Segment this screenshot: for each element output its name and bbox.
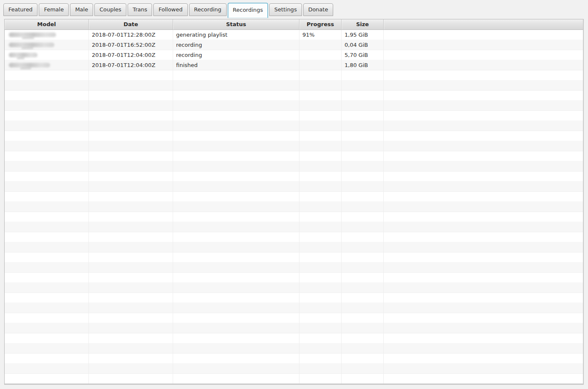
column-header-progress[interactable]: Progress: [299, 19, 342, 30]
table-row-empty[interactable]: [5, 323, 583, 333]
cell-progress: [299, 212, 342, 222]
tab-followed[interactable]: Followed: [153, 3, 187, 16]
cell-size: [342, 232, 384, 242]
table-row-empty[interactable]: [5, 263, 583, 273]
table-row-empty[interactable]: [5, 242, 583, 252]
table-row-empty[interactable]: [5, 222, 583, 232]
cell-date: [89, 343, 173, 354]
table-row[interactable]: 2018-07-01T12:28:00Zgenerating playlist9…: [5, 30, 583, 40]
cell-progress: [299, 252, 342, 263]
tab-featured[interactable]: Featured: [3, 3, 37, 16]
cell-size: [342, 101, 384, 111]
cell-progress: [299, 222, 342, 232]
cell-status: [173, 161, 299, 172]
table-row-empty[interactable]: [5, 70, 583, 80]
column-header-size[interactable]: Size: [342, 19, 384, 30]
cell-date: [89, 161, 173, 172]
column-header-model[interactable]: Model: [5, 19, 89, 30]
cell-filler: [384, 242, 583, 252]
cell-status: [173, 131, 299, 141]
cell-status: [173, 343, 299, 354]
cell-size: [342, 242, 384, 252]
table-row-empty[interactable]: [5, 151, 583, 161]
cell-progress: [299, 333, 342, 343]
table-row-empty[interactable]: [5, 374, 583, 384]
table-row-empty[interactable]: [5, 303, 583, 313]
cell-date: [89, 303, 173, 313]
cell-date: [89, 111, 173, 121]
column-header-status[interactable]: Status: [173, 19, 299, 30]
cell-size: 5,70 GiB: [342, 50, 384, 60]
table-row[interactable]: 2018-07-01T12:04:00Zfinished1,80 GiB: [5, 60, 583, 70]
table-row-empty[interactable]: [5, 172, 583, 182]
tab-recording[interactable]: Recording: [189, 3, 227, 16]
cell-status: [173, 263, 299, 273]
table-row-empty[interactable]: [5, 212, 583, 222]
cell-date: [89, 121, 173, 131]
table-row[interactable]: 2018-07-01T12:04:00Zrecording5,70 GiB: [5, 50, 583, 60]
table-row-empty[interactable]: [5, 141, 583, 151]
cell-filler: [384, 283, 583, 293]
table-row-empty[interactable]: [5, 283, 583, 293]
table-row-empty[interactable]: [5, 80, 583, 91]
table-row-empty[interactable]: [5, 111, 583, 121]
table-row-empty[interactable]: [5, 252, 583, 263]
cell-status: recording: [173, 50, 299, 60]
table-row-empty[interactable]: [5, 202, 583, 212]
table-row-empty[interactable]: [5, 131, 583, 141]
cell-model: [5, 60, 89, 70]
cell-status: [173, 212, 299, 222]
cell-progress: [299, 131, 342, 141]
cell-progress: [299, 273, 342, 283]
tab-female[interactable]: Female: [39, 3, 69, 16]
table-row-empty[interactable]: [5, 161, 583, 172]
cell-filler: [384, 101, 583, 111]
cell-size: [342, 80, 384, 91]
column-header-filler[interactable]: [384, 19, 583, 30]
cell-progress: [299, 293, 342, 303]
tab-male[interactable]: Male: [70, 3, 93, 16]
cell-size: [342, 323, 384, 333]
tab-trans[interactable]: Trans: [128, 3, 152, 16]
tab-settings[interactable]: Settings: [269, 3, 302, 16]
cell-progress: [299, 111, 342, 121]
table-row-empty[interactable]: [5, 313, 583, 323]
table-row-empty[interactable]: [5, 273, 583, 283]
table-row-empty[interactable]: [5, 354, 583, 364]
cell-status: [173, 222, 299, 232]
table-row-empty[interactable]: [5, 232, 583, 242]
cell-size: [342, 343, 384, 354]
table-row-empty[interactable]: [5, 293, 583, 303]
cell-size: [342, 283, 384, 293]
table-row[interactable]: 2018-07-01T16:52:00Zrecording0,04 GiB: [5, 40, 583, 50]
cell-progress: [299, 121, 342, 131]
cell-progress: [299, 161, 342, 172]
tab-couples[interactable]: Couples: [94, 3, 126, 16]
cell-date: [89, 354, 173, 364]
cell-date: [89, 364, 173, 374]
table-row-empty[interactable]: [5, 364, 583, 374]
table-row-empty[interactable]: [5, 101, 583, 111]
cell-model: [5, 202, 89, 212]
cell-progress: [299, 70, 342, 80]
cell-status: [173, 151, 299, 161]
table-body: 2018-07-01T12:28:00Zgenerating playlist9…: [5, 30, 583, 384]
cell-status: [173, 70, 299, 80]
cell-size: [342, 303, 384, 313]
table-row-empty[interactable]: [5, 121, 583, 131]
table-row-empty[interactable]: [5, 91, 583, 101]
cell-progress: [299, 151, 342, 161]
tab-donate[interactable]: Donate: [303, 3, 333, 16]
table-row-empty[interactable]: [5, 333, 583, 343]
table-row-empty[interactable]: [5, 182, 583, 192]
table-row-empty[interactable]: [5, 192, 583, 202]
cell-status: [173, 313, 299, 323]
tab-recordings[interactable]: Recordings: [228, 3, 268, 18]
cell-model: [5, 333, 89, 343]
cell-date: [89, 101, 173, 111]
table-row-empty[interactable]: [5, 343, 583, 354]
cell-date: [89, 151, 173, 161]
cell-model: [5, 30, 89, 40]
column-header-date[interactable]: Date: [89, 19, 173, 30]
cell-progress: [299, 364, 342, 374]
